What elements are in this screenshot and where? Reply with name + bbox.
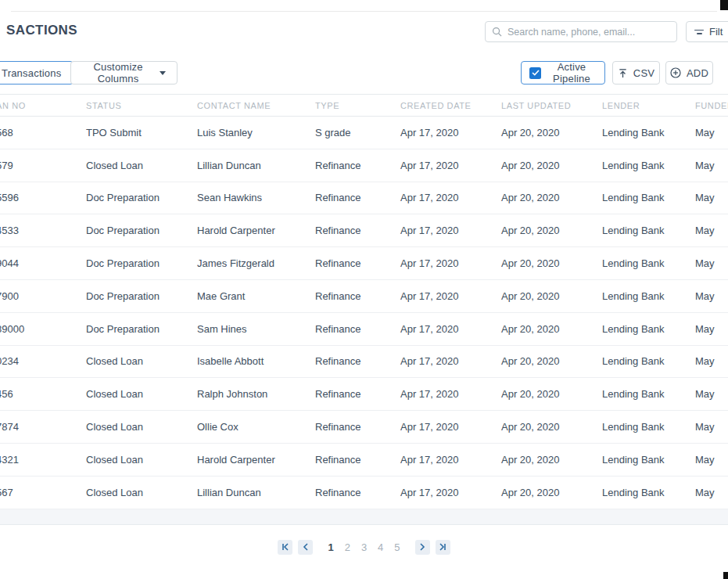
cell-status: Closed Loan <box>86 421 197 433</box>
cell-status: Closed Loan <box>86 487 197 498</box>
cell-status: Doc Preparation <box>86 257 197 269</box>
cell-last-updated: Apr 20, 2020 <box>501 290 602 302</box>
cell-loan-no: 0234 <box>0 355 86 367</box>
cell-type: Refinance <box>315 355 400 367</box>
search-input[interactable] <box>507 27 670 38</box>
cell-lender: Lending Bank <box>602 388 695 400</box>
tab-transactions-label: Transactions <box>2 67 61 79</box>
cell-lender: Lending Bank <box>602 323 695 335</box>
page-numbers: 12345 <box>322 541 405 553</box>
cell-status: Closed Loan <box>86 355 197 367</box>
prev-page-button[interactable] <box>298 540 313 555</box>
cell-created-date: Apr 17, 2020 <box>400 257 501 269</box>
cell-created-date: Apr 17, 2020 <box>400 160 501 171</box>
table-row[interactable]: 7874Closed LoanOllie CoxRefinanceApr 17,… <box>0 411 728 444</box>
table-row[interactable]: 7900Doc PreparationMae GrantRefinanceApr… <box>0 280 728 313</box>
cell-last-updated: Apr 20, 2020 <box>501 257 602 269</box>
cell-contact-name: Mae Grant <box>197 290 315 302</box>
table-row[interactable]: 4321Closed LoanHarold CarpenterRefinance… <box>0 444 728 477</box>
cell-type: Refinance <box>315 454 400 466</box>
table-row[interactable]: 9044Doc PreparationJames FitzgeraldRefin… <box>0 247 728 280</box>
column-header: CREATED DATE <box>400 101 501 110</box>
export-csv-button[interactable]: CSV <box>612 61 660 85</box>
horizontal-scrollbar-track[interactable] <box>0 509 728 525</box>
cell-created-date: Apr 17, 2020 <box>400 421 501 433</box>
cell-last-updated: Apr 20, 2020 <box>501 487 602 498</box>
cell-status: Closed Loan <box>86 388 197 400</box>
cell-contact-name: Luis Stanley <box>197 127 315 138</box>
page-number-2[interactable]: 2 <box>339 541 356 553</box>
cell-created-date: Apr 17, 2020 <box>400 454 501 466</box>
page-number-1[interactable]: 1 <box>322 541 339 553</box>
cell-created-date: Apr 17, 2020 <box>400 388 501 400</box>
cell-loan-no: 456 <box>0 388 86 400</box>
cell-created-date: Apr 17, 2020 <box>400 323 501 335</box>
search-box[interactable] <box>485 21 677 42</box>
cell-funded: May <box>695 127 728 138</box>
page-number-4[interactable]: 4 <box>372 541 389 553</box>
column-header: AN NO <box>0 101 86 110</box>
cell-contact-name: Harold Carpenter <box>197 225 315 236</box>
last-page-button[interactable] <box>436 540 450 555</box>
cell-last-updated: Apr 20, 2020 <box>501 225 602 236</box>
chevron-down-icon <box>160 71 166 75</box>
cell-type: Refinance <box>315 421 400 433</box>
transactions-page: SACTIONS Filt Transactions Customize Col… <box>0 0 728 579</box>
csv-label: CSV <box>633 67 654 79</box>
cell-funded: May <box>695 421 728 433</box>
cell-status: TPO Submit <box>86 127 197 138</box>
cell-lender: Lending Bank <box>602 421 695 433</box>
cell-type: Refinance <box>315 160 400 171</box>
cell-contact-name: Lillian Duncan <box>197 160 315 171</box>
page-number-5[interactable]: 5 <box>389 541 405 553</box>
customize-columns-dropdown[interactable]: Customize Columns <box>70 61 178 85</box>
table-row[interactable]: 5596Doc PreparationSean HawkinsRefinance… <box>0 182 728 215</box>
cell-contact-name: Ralph Johnston <box>197 388 315 400</box>
cell-contact-name: Lillian Duncan <box>197 487 315 498</box>
table-row[interactable]: 89000Doc PreparationSam HinesRefinanceAp… <box>0 313 728 346</box>
table-row[interactable]: 579Closed LoanLillian DuncanRefinanceApr… <box>0 149 728 182</box>
cell-created-date: Apr 17, 2020 <box>400 192 501 203</box>
cell-loan-no: 579 <box>0 160 86 171</box>
filter-button[interactable]: Filt <box>686 21 728 42</box>
active-pipeline-toggle[interactable]: Active Pipeline <box>521 61 605 85</box>
next-page-button[interactable] <box>415 540 430 555</box>
cell-type: Refinance <box>315 388 400 400</box>
cell-lender: Lending Bank <box>602 454 695 466</box>
cell-loan-no: 5596 <box>0 192 86 203</box>
checkbox-checked-icon[interactable] <box>529 67 541 79</box>
page-number-3[interactable]: 3 <box>356 541 372 553</box>
cell-loan-no: 89000 <box>0 323 86 335</box>
cell-loan-no: 567 <box>0 487 86 498</box>
plus-circle-icon <box>670 67 681 78</box>
cell-lender: Lending Bank <box>602 225 695 236</box>
cell-funded: May <box>695 355 728 367</box>
cell-funded: May <box>695 225 728 236</box>
cell-lender: Lending Bank <box>602 355 695 367</box>
cell-last-updated: Apr 20, 2020 <box>501 421 602 433</box>
cell-type: Refinance <box>315 257 400 269</box>
window-edge-artifact-bottom <box>723 572 728 579</box>
tab-transactions[interactable]: Transactions <box>0 61 74 85</box>
table-row[interactable]: 4533Doc PreparationHarold CarpenterRefin… <box>0 214 728 247</box>
table-row[interactable]: 0234Closed LoanIsabelle AbbottRefinanceA… <box>0 346 728 379</box>
table-row[interactable]: 567Closed LoanLillian DuncanRefinanceApr… <box>0 477 728 509</box>
table-row[interactable]: 456Closed LoanRalph JohnstonRefinanceApr… <box>0 378 728 411</box>
cell-funded: May <box>695 454 728 466</box>
add-transaction-button[interactable]: ADD <box>665 61 713 85</box>
first-page-button[interactable] <box>278 540 292 555</box>
table-row[interactable]: 568TPO SubmitLuis StanleyS gradeApr 17, … <box>0 117 728 149</box>
search-icon <box>492 27 502 37</box>
cell-lender: Lending Bank <box>602 192 695 203</box>
cell-type: Refinance <box>315 487 400 498</box>
cell-lender: Lending Bank <box>602 160 695 171</box>
cell-created-date: Apr 17, 2020 <box>400 355 501 367</box>
cell-status: Doc Preparation <box>86 192 197 203</box>
table-body: 568TPO SubmitLuis StanleyS gradeApr 17, … <box>0 117 728 509</box>
cell-contact-name: Sean Hawkins <box>197 192 315 203</box>
active-pipeline-label: Active Pipeline <box>547 61 597 85</box>
column-header: STATUS <box>86 101 197 110</box>
cell-status: Doc Preparation <box>86 323 197 335</box>
column-header: TYPE <box>315 101 400 110</box>
top-divider <box>11 11 717 12</box>
